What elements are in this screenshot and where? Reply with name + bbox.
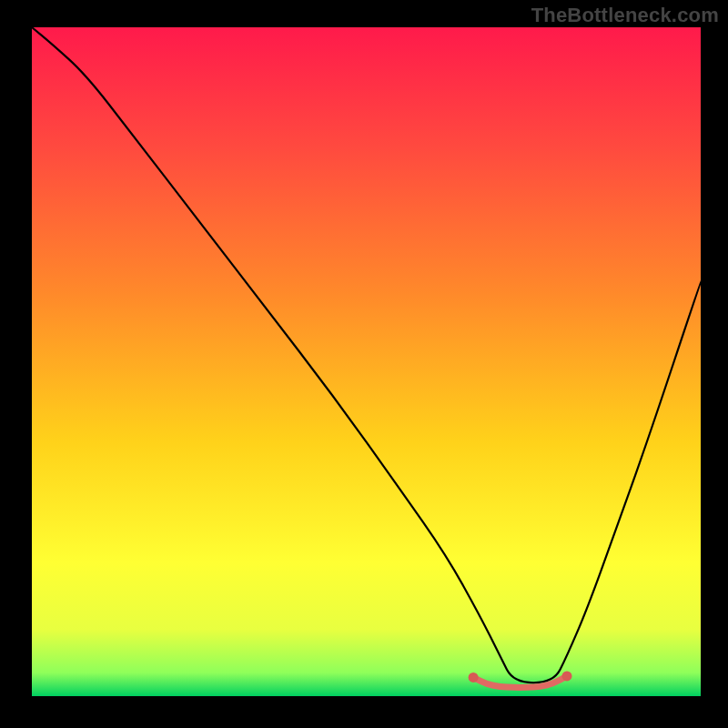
watermark-text: TheBottleneck.com	[531, 4, 719, 27]
bottleneck-chart	[0, 0, 728, 728]
optimal-range-start-dot	[469, 672, 479, 682]
plot-background	[32, 27, 701, 696]
chart-frame: TheBottleneck.com	[0, 0, 728, 728]
optimal-range-end-dot	[562, 671, 572, 681]
